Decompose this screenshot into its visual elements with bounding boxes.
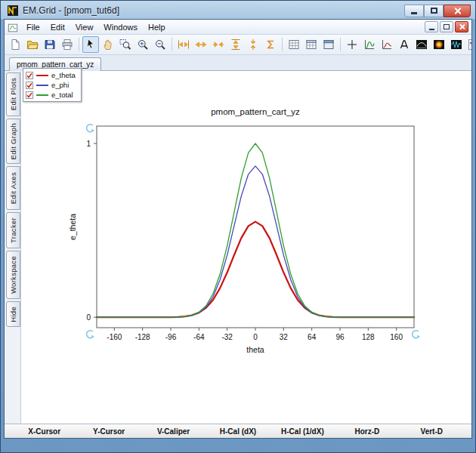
add-curve-button[interactable]	[361, 36, 378, 53]
legend-label: e_theta	[51, 71, 76, 79]
new-file-icon	[9, 39, 21, 51]
chart-canvas[interactable]: pmom_pattern_cart_yz-160-128-96-64-32032…	[47, 85, 440, 387]
menubar: FileEditViewWindowsHelp	[5, 20, 471, 35]
sidebar-tab-hide[interactable]: Hide	[6, 301, 20, 327]
grid-plus-icon	[305, 39, 317, 51]
cursor-column-h-cal-dx: H-Cal (dX)	[206, 424, 270, 438]
svg-text:32: 32	[280, 333, 289, 341]
waveform-dark-icon	[450, 39, 462, 51]
cursor-readout-bar: X-CursorY-CursorV-CaliperH-Cal (dX)H-Cal…	[5, 424, 471, 438]
legend-row-e-phi: e_phi	[26, 80, 76, 90]
plot-checklist-button[interactable]	[465, 36, 471, 53]
maximize-button[interactable]	[424, 5, 444, 17]
sidebar-tab-tracker[interactable]: Tracker	[6, 212, 20, 248]
legend-checkbox-e-theta[interactable]	[26, 72, 33, 79]
sidebar-tab-label: Edit Plots	[9, 78, 17, 110]
app-window: EM.Grid - [pmom_tut6d] FileEditViewWindo…	[0, 0, 476, 453]
expand-v-icon	[230, 39, 242, 51]
svg-text:0: 0	[86, 313, 91, 322]
zoom-out-icon	[154, 39, 166, 51]
x-axis-label: theta	[246, 345, 264, 354]
print-button[interactable]	[59, 36, 76, 53]
print-icon	[61, 39, 73, 51]
client-area: FileEditViewWindowsHelp Layout pmom_patt…	[4, 19, 472, 439]
open-folder-icon	[26, 39, 39, 51]
sidebar-tab-label: Tracker	[9, 217, 17, 243]
window-layout-button[interactable]	[320, 36, 337, 53]
autoscale-button[interactable]	[262, 36, 279, 53]
grid-options-button[interactable]	[286, 36, 302, 53]
mdi-minimize-button[interactable]	[425, 21, 438, 32]
cursor-column-horz-d: Horz-D	[335, 424, 399, 438]
menu-windows[interactable]: Windows	[98, 21, 143, 33]
menu-view[interactable]: View	[70, 21, 99, 33]
minimize-button[interactable]	[404, 5, 424, 17]
select-cursor-icon	[85, 39, 97, 51]
waveform-plot-button[interactable]	[448, 36, 465, 53]
svg-text:-96: -96	[165, 333, 177, 341]
shrink-vertical-button[interactable]	[245, 36, 261, 53]
toolbar-separator	[340, 38, 341, 51]
titlebar[interactable]: EM.Grid - [pmom_tut6d]	[4, 1, 472, 19]
grid-icon	[288, 39, 300, 51]
legend-row-e-theta: e_theta	[26, 70, 76, 80]
open-file-button[interactable]	[24, 36, 41, 53]
content-area: Edit PlotsEdit GraphEdit AxesTrackerWork…	[5, 71, 471, 424]
sidebar-tab-label: Edit Axes	[9, 172, 17, 204]
save-icon	[44, 39, 56, 51]
svg-text:96: 96	[335, 333, 345, 341]
menu-file[interactable]: File	[21, 21, 45, 33]
select-tool-button[interactable]	[82, 36, 99, 53]
menu-items: FileEditViewWindowsHelp	[21, 21, 171, 33]
cursor-column-v-caliper: V-Caliper	[141, 424, 206, 438]
legend-label: e_total	[51, 91, 73, 99]
expand-h-icon	[178, 39, 190, 51]
cursor-column-h-cal-1-dx: H-Cal (1/dX)	[270, 424, 335, 438]
add-marker-button[interactable]	[344, 36, 360, 53]
zoom-window-icon	[119, 39, 131, 51]
toolbar-separator	[79, 38, 79, 51]
close-button[interactable]	[444, 5, 471, 17]
legend-checkbox-e-phi[interactable]	[26, 82, 33, 89]
expand-vertical-button[interactable]	[227, 36, 244, 53]
scroll-horizontal-button[interactable]	[193, 36, 209, 53]
legend-checkbox-e-total[interactable]	[26, 91, 33, 99]
window-icon	[323, 39, 335, 51]
sidebar-tab-edit-plots[interactable]: Edit Plots	[6, 72, 20, 116]
series-e-phi	[97, 166, 414, 317]
menu-help[interactable]: Help	[143, 21, 171, 33]
svg-text:0: 0	[253, 333, 258, 341]
sidebar-tab-edit-graph[interactable]: Edit Graph	[6, 119, 20, 164]
zoom-out-button[interactable]	[152, 36, 168, 53]
series-e-theta	[97, 222, 414, 318]
colormap-plot-button[interactable]	[431, 36, 447, 53]
pan-hand-icon	[102, 39, 114, 51]
add-text-button[interactable]	[396, 36, 413, 53]
window-title: EM.Grid - [pmom_tut6d]	[23, 5, 119, 16]
close-icon	[453, 7, 462, 15]
plot-region[interactable]: e_thetae_phie_total pmom_pattern_cart_yz…	[21, 71, 471, 424]
sidebar-tab-workspace[interactable]: Workspace	[6, 251, 20, 299]
sidebar-tab-edit-axes[interactable]: Edit Axes	[6, 166, 20, 210]
svg-text:-160: -160	[107, 333, 122, 341]
mdi-restore-button[interactable]	[440, 21, 453, 32]
minimize-icon	[411, 12, 417, 14]
svg-text:160: 160	[390, 333, 403, 341]
sidebar-tab-label: Edit Graph	[9, 123, 17, 159]
menu-edit[interactable]: Edit	[45, 21, 70, 33]
surface-plot-button[interactable]	[413, 36, 430, 53]
collapse-h-icon	[212, 39, 224, 51]
mdi-close-button[interactable]	[455, 21, 468, 32]
zoom-in-button[interactable]	[134, 36, 151, 53]
edit-curve-button[interactable]	[379, 36, 395, 53]
pan-tool-button[interactable]	[100, 36, 116, 53]
shrink-horizontal-button[interactable]	[210, 36, 227, 53]
surface-dark-icon	[416, 39, 428, 51]
svg-text:-64: -64	[193, 333, 205, 341]
svg-text:-32: -32	[221, 333, 233, 341]
table-view-button[interactable]	[303, 36, 320, 53]
zoom-window-button[interactable]	[117, 36, 134, 53]
expand-horizontal-button[interactable]	[175, 36, 192, 53]
save-file-button[interactable]	[42, 36, 58, 53]
new-file-button[interactable]	[7, 36, 23, 53]
